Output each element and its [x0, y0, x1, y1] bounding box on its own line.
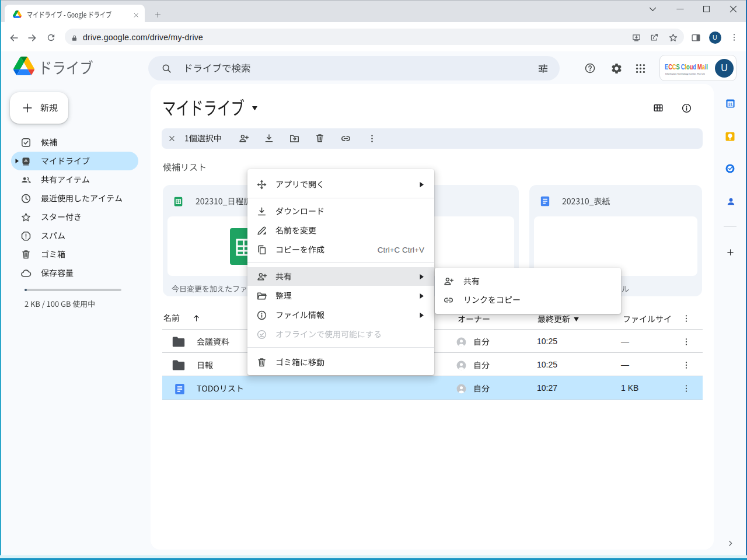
- svg-text:31: 31: [728, 102, 732, 106]
